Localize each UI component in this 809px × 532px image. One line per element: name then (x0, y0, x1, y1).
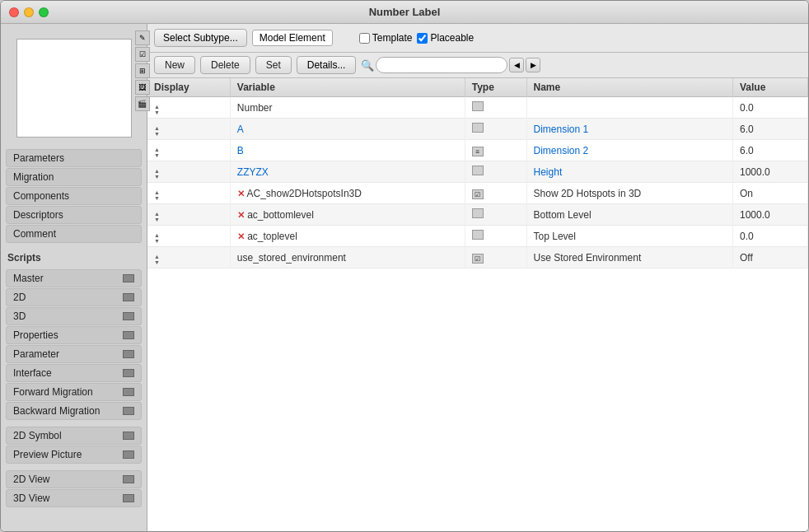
toolbar-row1: Select Subtype... Model Element Template… (147, 24, 808, 53)
type-icon (472, 166, 484, 175)
sidebar-item-2d[interactable]: 2D (6, 288, 142, 306)
sidebar-item-descriptors[interactable]: Descriptors (6, 206, 142, 224)
script-icon-backward-migration (123, 407, 134, 415)
sort-icon: ▲▼ (154, 232, 160, 244)
sidebar-item-preview-picture-label: Preview Picture (13, 449, 82, 460)
set-button[interactable]: Set (255, 56, 292, 74)
cell-display: ▲▼ (147, 140, 230, 161)
cell-variable: ZZYZX (230, 161, 465, 183)
table-row[interactable]: ▲▼ Number 0.0 (147, 97, 808, 119)
table-row[interactable]: ▲▼ A Dimension 1 6.0 (147, 119, 808, 140)
type-icon (472, 230, 484, 240)
cell-variable: ✕ ac_toplevel (230, 226, 465, 247)
table-body: ▲▼ Number 0.0 ▲▼ A Dimension 1 6.0 (147, 97, 808, 268)
x-mark-icon: ✕ (237, 231, 245, 241)
table-header: Display Variable Type Name Value (147, 78, 808, 97)
table-row[interactable]: ▲▼ ✕ ac_bottomlevel Bottom Level 1000.0 (147, 204, 808, 226)
nav-section: Parameters Migration Components Descript… (1, 145, 147, 247)
sidebar-item-parameter[interactable]: Parameter (6, 345, 142, 363)
cell-value: 6.0 (732, 140, 807, 161)
sidebar-item-forward-migration[interactable]: Forward Migration (6, 383, 142, 401)
sort-icon: ▲▼ (154, 254, 160, 265)
cell-name (526, 97, 732, 119)
sidebar-item-preview-picture[interactable]: Preview Picture (6, 446, 142, 464)
sidebar-item-3d-view[interactable]: 3D View (6, 489, 142, 507)
right-content: Select Subtype... Model Element Template… (147, 24, 808, 531)
table-row[interactable]: ▲▼ ✕ ac_toplevel Top Level 0.0 (147, 226, 808, 247)
search-icon: 🔍 (361, 59, 374, 72)
preview-area (16, 39, 132, 138)
sidebar-icon-check[interactable]: ☑ (135, 47, 150, 62)
symbol-section: 2D Symbol Preview Picture (1, 424, 147, 466)
new-button[interactable]: New (154, 56, 195, 74)
maximize-button[interactable] (39, 7, 49, 17)
sidebar-item-descriptors-label: Descriptors (13, 209, 63, 221)
close-button[interactable] (9, 7, 19, 17)
cell-variable: A (230, 119, 465, 140)
sidebar-item-2d-view[interactable]: 2D View (6, 470, 142, 488)
sidebar-item-master[interactable]: Master (6, 269, 142, 287)
cell-name: Top Level (526, 226, 732, 247)
sidebar: ✎ ☑ ⊞ 🖼 🎬 Parameters Migration Component… (1, 24, 147, 531)
script-icon-preview-picture (123, 450, 134, 459)
col-variable: Variable (230, 78, 465, 97)
cell-display: ▲▼ (147, 247, 230, 268)
sort-icon: ▲▼ (154, 104, 160, 115)
parameters-table: Display Variable Type Name Value ▲▼ Numb… (147, 78, 808, 268)
cell-name: Dimension 1 (526, 119, 732, 140)
cell-name: Bottom Level (526, 204, 732, 226)
minimize-button[interactable] (24, 7, 34, 17)
cell-variable: use_stored_environment (230, 247, 465, 268)
sidebar-icon-film[interactable]: 🎬 (135, 96, 150, 111)
next-arrow[interactable]: ▶ (526, 58, 540, 72)
template-checkbox[interactable] (359, 33, 370, 44)
table-row[interactable]: ▲▼ use_stored_environment ☑ Use Stored E… (147, 247, 808, 268)
cell-value: 0.0 (732, 97, 807, 119)
template-checkbox-wrapper[interactable]: Template (359, 32, 413, 44)
scripts-header: Scripts (1, 247, 147, 265)
script-icon-forward-migration (123, 388, 134, 396)
placeable-checkbox-wrapper[interactable]: Placeable (417, 32, 474, 44)
delete-button[interactable]: Delete (200, 56, 250, 74)
sidebar-item-properties[interactable]: Properties (6, 326, 142, 344)
sidebar-item-interface[interactable]: Interface (6, 364, 142, 382)
cell-value: 1000.0 (732, 204, 807, 226)
sidebar-item-comment[interactable]: Comment (6, 225, 142, 243)
sidebar-item-parameters-label: Parameters (13, 152, 64, 164)
table-row[interactable]: ▲▼ ✕ AC_show2DHotspotsIn3D ☑ Show 2D Hot… (147, 183, 808, 204)
sidebar-item-components[interactable]: Components (6, 187, 142, 205)
model-element-display: Model Element (252, 30, 333, 46)
sidebar-icon-image[interactable]: 🖼 (135, 80, 150, 95)
cell-value: 0.0 (732, 226, 807, 247)
search-input[interactable] (376, 57, 507, 73)
cell-variable: Number (230, 97, 465, 119)
table-row[interactable]: ▲▼ B ≡ Dimension 2 6.0 (147, 140, 808, 161)
placeable-checkbox[interactable] (417, 33, 428, 44)
template-label: Template (372, 32, 413, 44)
sidebar-item-backward-migration[interactable]: Backward Migration (6, 402, 142, 420)
sidebar-icon-grid[interactable]: ⊞ (135, 63, 150, 78)
sidebar-item-components-label: Components (13, 190, 69, 202)
sidebar-item-2d-symbol[interactable]: 2D Symbol (6, 427, 142, 445)
sidebar-item-parameters[interactable]: Parameters (6, 149, 142, 167)
traffic-lights (9, 7, 49, 17)
prev-arrow[interactable]: ◀ (509, 58, 524, 72)
type-icon (472, 101, 484, 111)
search-area: 🔍 ◀ ▶ (361, 57, 540, 73)
table-row[interactable]: ▲▼ ZZYZX Height 1000.0 (147, 161, 808, 183)
script-icon-3d-view (123, 494, 134, 502)
sidebar-item-interface-label: Interface (13, 367, 52, 379)
view-section: 2D View 3D View (1, 466, 147, 511)
cell-type: ☑ (465, 183, 526, 204)
sidebar-item-2d-label: 2D (13, 292, 26, 303)
type-icon: ☑ (472, 254, 484, 264)
select-subtype-button[interactable]: Select Subtype... (154, 29, 247, 47)
sidebar-item-3d[interactable]: 3D (6, 307, 142, 325)
col-type: Type (465, 78, 526, 97)
sidebar-item-migration[interactable]: Migration (6, 168, 142, 186)
sidebar-icon-edit[interactable]: ✎ (135, 30, 150, 45)
details-button[interactable]: Details... (297, 56, 357, 74)
script-icon-interface (123, 369, 134, 377)
script-icon-2d-symbol (123, 432, 134, 440)
type-icon (472, 208, 484, 218)
